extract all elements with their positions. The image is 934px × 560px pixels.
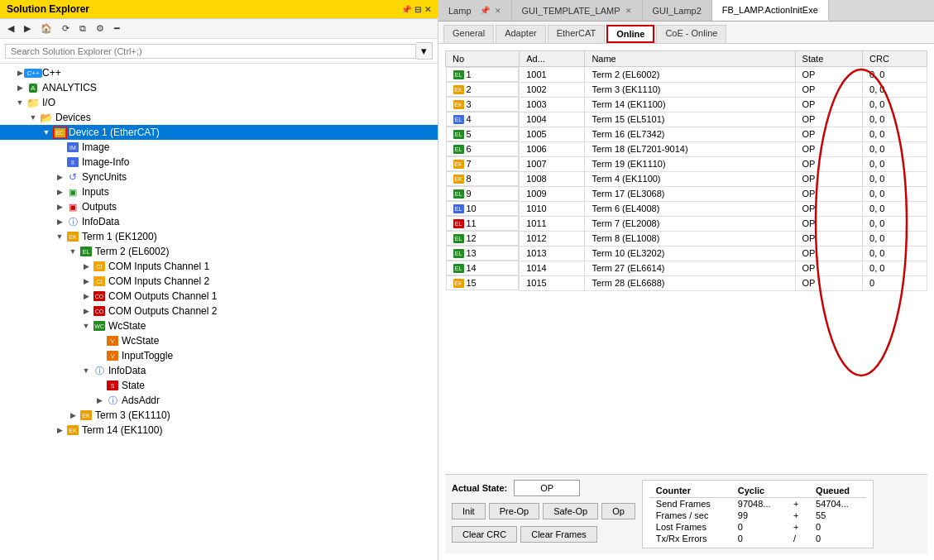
tab-fb-lamp[interactable]: FB_LAMP.ActionInitExe — [712, 0, 829, 21]
table-row[interactable]: EL 1 1001 Term 2 (EL6002) OP 0, 0 — [446, 67, 927, 83]
table-row[interactable]: EK 7 1007 Term 19 (EK1110) OP 0, 0 — [446, 156, 927, 171]
expand-com-out1[interactable] — [79, 292, 93, 300]
init-button[interactable]: Init — [452, 503, 486, 519]
tree-item-wcstate-var[interactable]: V WcState — [0, 333, 438, 348]
expand-infodata2[interactable] — [79, 366, 93, 375]
copy-button[interactable]: ⧉ — [75, 21, 90, 36]
actual-state-value: OP — [514, 480, 580, 496]
tab-lamp-close[interactable]: ✕ — [495, 7, 501, 15]
table-row[interactable]: EK 3 1003 Term 14 (EK1100) OP 0, 0 — [446, 97, 927, 112]
tab-gui-lamp2[interactable]: GUI_Lamp2 — [643, 0, 712, 21]
expand-analytics[interactable] — [13, 84, 26, 92]
dock-icon[interactable]: ⊟ — [414, 5, 421, 14]
cell-state: OP — [795, 127, 862, 141]
tree-item-cpp[interactable]: C++ C++ — [0, 65, 438, 80]
table-row[interactable]: EL 4 1004 Term 15 (EL5101) OP 0, 0 — [446, 112, 927, 127]
safe-op-button[interactable]: Safe-Op — [543, 503, 598, 519]
tree-item-syncunits[interactable]: ↺ SyncUnits — [0, 170, 438, 184]
tree-item-term3[interactable]: EK Term 3 (EK1110) — [0, 408, 438, 423]
cell-name: Term 4 (EK1100) — [585, 171, 795, 186]
tree-item-inputtoggle[interactable]: V InputToggle — [0, 348, 438, 363]
pin-icon[interactable]: 📌 — [401, 5, 411, 14]
expand-infodata[interactable] — [53, 218, 66, 226]
expand-term3[interactable] — [66, 411, 79, 419]
tree-item-term1[interactable]: EK Term 1 (EK1200) — [0, 229, 438, 244]
tab-gui-template[interactable]: GUI_TEMPLATE_LAMP ✕ — [512, 0, 643, 21]
tree-item-term14[interactable]: EK Term 14 (EK1100) — [0, 423, 438, 438]
table-row[interactable]: EK 15 1015 Term 28 (EL6688) OP 0 — [446, 275, 927, 290]
adsaddr-icon: ⓘ — [106, 394, 119, 407]
expand-inputs[interactable] — [53, 188, 66, 196]
expand-wcstate[interactable] — [79, 322, 93, 330]
sync-button[interactable]: ⟳ — [58, 21, 74, 36]
minus-button[interactable]: ━ — [110, 21, 124, 36]
expand-com-in2[interactable] — [79, 277, 93, 285]
devices-label: Devices — [55, 112, 91, 123]
tree-item-analytics[interactable]: A ANALYTICS — [0, 80, 438, 95]
tree-item-image[interactable]: IM Image — [0, 140, 438, 155]
table-row[interactable]: EL 11 1011 Term 7 (EL2008) OP 0, 0 — [446, 216, 927, 231]
expand-device1[interactable] — [40, 128, 53, 136]
forward-button[interactable]: ▶ — [20, 21, 35, 36]
expand-com-out2[interactable] — [79, 307, 93, 315]
search-input[interactable] — [5, 44, 416, 59]
clear-frames-button[interactable]: Clear Frames — [520, 526, 597, 543]
tree-item-infodata[interactable]: ⓘ InfoData — [0, 214, 438, 229]
tree-item-term2[interactable]: EL Term 2 (EL6002) — [0, 244, 438, 259]
table-row[interactable]: EK 2 1002 Term 3 (EK1110) OP 0, 0 — [446, 82, 927, 97]
table-row[interactable]: EL 9 1009 Term 17 (EL3068) OP 0, 0 — [446, 186, 927, 201]
table-row[interactable]: EL 5 1005 Term 16 (EL7342) OP 0, 0 — [446, 127, 927, 141]
expand-syncunits[interactable] — [53, 173, 66, 181]
counter-sep: + — [787, 521, 809, 533]
tree-item-wcstate[interactable]: WC WcState — [0, 318, 438, 333]
inner-tab-general[interactable]: General — [443, 25, 494, 43]
counter-queued: 0 — [809, 533, 866, 544]
inner-tab-ethercat[interactable]: EtherCAT — [548, 25, 605, 43]
expand-term2[interactable] — [66, 247, 79, 256]
table-row[interactable]: EL 10 1010 Term 6 (EL4008) OP 0, 0 — [446, 201, 927, 216]
expand-term1[interactable] — [53, 232, 66, 241]
cell-name: Term 18 (EL7201-9014) — [585, 141, 795, 156]
tree-item-io[interactable]: 📁 I/O — [0, 95, 438, 110]
back-button[interactable]: ◀ — [3, 21, 18, 36]
tree-item-device1[interactable]: EC Device 1 (EtherCAT) — [0, 125, 438, 140]
tab-gui-template-close[interactable]: ✕ — [625, 7, 632, 15]
inputs-icon: ▣ — [66, 185, 79, 199]
table-row[interactable]: EL 14 1014 Term 27 (EL6614) OP 0, 0 — [446, 261, 927, 275]
inner-tab-coe-online[interactable]: CoE - Online — [656, 25, 726, 43]
expand-outputs[interactable] — [53, 203, 66, 211]
ethercat-table-scroll[interactable]: No Ad... Name State CRC EL 1 1001 Term 2… — [445, 50, 927, 291]
tree-item-inputs[interactable]: ▣ Inputs — [0, 184, 438, 199]
table-row[interactable]: EL 12 1012 Term 8 (EL1008) OP 0, 0 — [446, 231, 927, 246]
clear-crc-button[interactable]: Clear CRC — [452, 526, 517, 543]
tree-item-devices[interactable]: 📂 Devices — [0, 110, 438, 125]
tree-item-adsaddr[interactable]: ⓘ AdsAddr — [0, 393, 438, 408]
close-icon[interactable]: ✕ — [424, 5, 431, 14]
tab-lamp[interactable]: Lamp 📌 ✕ — [438, 0, 512, 21]
tree-item-com-in1[interactable]: CI COM Inputs Channel 1 — [0, 259, 438, 274]
tree-item-com-out1[interactable]: CO COM Outputs Channel 1 — [0, 289, 438, 304]
expand-io[interactable] — [13, 98, 26, 107]
expand-adsaddr[interactable] — [93, 396, 106, 404]
tree-item-com-in2[interactable]: CI COM Inputs Channel 2 — [0, 274, 438, 289]
inner-tab-online[interactable]: Online — [606, 25, 654, 43]
op-button[interactable]: Op — [601, 503, 635, 519]
home-button[interactable]: 🏠 — [36, 21, 56, 36]
counter-queued-header: Queued — [809, 484, 866, 498]
cell-crc: 0, 0 — [863, 261, 927, 275]
table-row[interactable]: EK 8 1008 Term 4 (EK1100) OP 0, 0 — [446, 171, 927, 186]
expand-devices[interactable] — [26, 113, 40, 122]
tree-item-state-var[interactable]: S State — [0, 378, 438, 393]
pre-op-button[interactable]: Pre-Op — [489, 503, 539, 519]
inner-tab-adapter[interactable]: Adapter — [496, 25, 546, 43]
table-row[interactable]: EL 13 1013 Term 10 (EL3202) OP 0, 0 — [446, 246, 927, 261]
properties-button[interactable]: ⚙ — [92, 21, 108, 36]
tree-item-infodata2[interactable]: ⓘ InfoData — [0, 363, 438, 378]
tree-item-imageinfo[interactable]: II Image-Info — [0, 155, 438, 170]
search-button[interactable]: ▾ — [416, 42, 433, 60]
expand-com-in1[interactable] — [79, 262, 93, 270]
tree-item-com-out2[interactable]: CO COM Outputs Channel 2 — [0, 304, 438, 318]
tree-item-outputs[interactable]: ▣ Outputs — [0, 199, 438, 214]
table-row[interactable]: EL 6 1006 Term 18 (EL7201-9014) OP 0, 0 — [446, 141, 927, 156]
expand-term14[interactable] — [53, 426, 66, 434]
